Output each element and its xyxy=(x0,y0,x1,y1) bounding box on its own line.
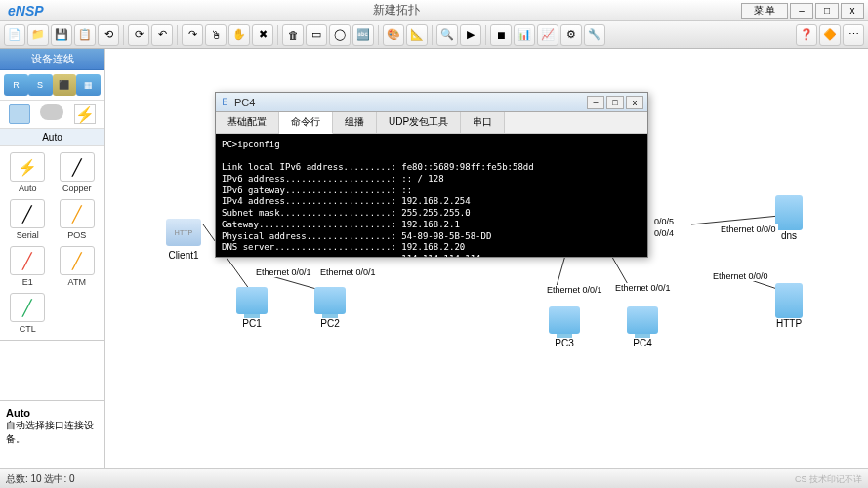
saveas-icon[interactable]: 📋 xyxy=(74,24,96,46)
pc-icon xyxy=(314,287,346,314)
switch-icon[interactable]: S xyxy=(28,74,53,96)
pc-tabs: 基础配置 命令行 组播 UDP发包工具 串口 xyxy=(216,112,647,134)
conn-e1[interactable]: ╱E1 xyxy=(4,244,52,289)
status-text: 总数: 10 选中: 0 xyxy=(6,472,75,486)
more-icon[interactable]: ⋯ xyxy=(843,24,864,46)
node-pc4[interactable]: PC4 xyxy=(623,303,662,348)
client-icon: HTTP xyxy=(166,219,201,246)
redo-icon[interactable]: ↶ xyxy=(151,24,173,46)
sidebar-description: Auto 自动选择接口连接设备。 xyxy=(0,400,104,468)
ctl-icon: ╱ xyxy=(10,293,45,322)
maximize-button[interactable]: □ xyxy=(815,3,839,19)
firewall-icon[interactable]: ▦ xyxy=(76,74,101,96)
cloud-device-icon[interactable] xyxy=(40,104,63,120)
huawei-icon[interactable]: 🔶 xyxy=(819,24,841,46)
conn-auto[interactable]: ⚡Auto xyxy=(4,150,52,195)
tab-basic-config[interactable]: 基础配置 xyxy=(216,112,279,133)
watermark: CS 技术印记不详 xyxy=(795,473,862,486)
port-label: Ethernet 0/0/1 xyxy=(545,285,604,295)
port-label: Ethernet 0/0/1 xyxy=(254,267,313,277)
node-pc2[interactable]: PC2 xyxy=(310,283,350,329)
terminal-output[interactable]: PC>ipconfig Link local IPv6 address.....… xyxy=(216,134,647,257)
auto-icon: ⚡ xyxy=(10,152,45,182)
close-button[interactable]: x xyxy=(841,3,864,19)
rect-icon[interactable]: 🗑 xyxy=(282,24,304,46)
pc-window-title: PC4 xyxy=(234,97,587,108)
tab-command-line[interactable]: 命令行 xyxy=(279,112,333,134)
node-pc3[interactable]: PC3 xyxy=(545,303,584,348)
stats-icon[interactable]: 📊 xyxy=(514,24,535,46)
device-row-2: ⚡ xyxy=(0,101,104,129)
tools-icon[interactable]: ⚙ xyxy=(560,24,582,46)
node-label: Client1 xyxy=(168,250,198,261)
start-icon[interactable]: 🔍 xyxy=(436,24,458,46)
node-client1[interactable]: HTTP Client1 xyxy=(164,215,203,261)
app-logo: eNSP xyxy=(0,3,52,19)
connection-grid: ⚡Auto ╱Copper ╱Serial ╱POS ╱E1 ╱ATM ╱CTL xyxy=(0,146,104,340)
sidebar-header: 设备连线 xyxy=(0,49,104,70)
conn-serial[interactable]: ╱Serial xyxy=(4,197,52,242)
zoom-icon[interactable]: 📐 xyxy=(406,24,428,46)
pc-close-button[interactable]: x xyxy=(626,96,643,109)
delete-icon[interactable]: ✋ xyxy=(228,24,250,46)
node-label: PC3 xyxy=(555,338,573,348)
new-icon[interactable]: 📄 xyxy=(4,24,25,46)
pan-icon[interactable]: 🖱 xyxy=(205,24,227,46)
ellipse-icon[interactable]: ▭ xyxy=(306,24,327,46)
cloud-icon[interactable]: 🔧 xyxy=(584,24,605,46)
pc-window-icon: Ｅ xyxy=(220,95,230,109)
server-icon xyxy=(775,195,803,230)
port-label: Ethernet 0/0/0 xyxy=(719,224,778,234)
tab-udp-tool[interactable]: UDP发包工具 xyxy=(377,112,461,133)
node-http[interactable]: HTTP xyxy=(769,283,808,329)
e1-icon: ╱ xyxy=(10,246,45,275)
conn-atm[interactable]: ╱ATM xyxy=(54,244,102,289)
pc-maximize-button[interactable]: □ xyxy=(606,96,624,109)
select-icon[interactable]: ↷ xyxy=(182,24,203,46)
node-label: PC2 xyxy=(320,318,339,329)
pc-icon xyxy=(627,306,658,334)
pc-device-icon[interactable] xyxy=(9,104,30,124)
sidebar-category[interactable]: Auto xyxy=(0,129,104,146)
server-icon xyxy=(775,283,803,318)
conn-pos[interactable]: ╱POS xyxy=(54,197,102,242)
minimize-button[interactable]: – xyxy=(790,3,813,19)
conn-copper[interactable]: ╱Copper xyxy=(54,150,102,195)
router-icon[interactable]: R xyxy=(4,74,28,96)
tab-serial[interactable]: 串口 xyxy=(461,112,505,133)
desc-title: Auto xyxy=(6,407,30,419)
stop-icon[interactable]: ▶ xyxy=(460,24,481,46)
help-icon[interactable]: ❓ xyxy=(796,24,817,46)
palette-icon[interactable]: 🔤 xyxy=(352,24,374,46)
save-icon[interactable]: 💾 xyxy=(51,24,72,46)
pc4-window[interactable]: Ｅ PC4 – □ x 基础配置 命令行 组播 UDP发包工具 串口 PC>ip… xyxy=(215,92,648,258)
connection-icon[interactable]: ⚡ xyxy=(74,104,96,124)
copper-icon: ╱ xyxy=(60,152,95,182)
text-icon[interactable]: ◯ xyxy=(329,24,351,46)
clear-icon[interactable]: ✖ xyxy=(252,24,273,46)
wlan-icon[interactable]: ⬛ xyxy=(53,74,77,96)
undo-icon[interactable]: ⟳ xyxy=(128,24,149,46)
port-label: Ethernet 0/0/0 xyxy=(711,271,770,281)
device-row-1: R S ⬛ ▦ xyxy=(0,70,104,101)
tab-multicast[interactable]: 组播 xyxy=(333,112,377,133)
conn-ctl[interactable]: ╱CTL xyxy=(4,291,52,336)
menu-button[interactable]: 菜 单 xyxy=(741,3,788,19)
pc-minimize-button[interactable]: – xyxy=(587,96,604,109)
node-label: PC1 xyxy=(242,318,261,329)
capture-icon[interactable]: ⏹ xyxy=(490,24,512,46)
open-icon[interactable]: 📁 xyxy=(27,24,49,46)
window-controls: 菜 单 – □ x xyxy=(741,3,868,19)
grid-icon[interactable]: 🎨 xyxy=(383,24,404,46)
sidebar: 设备连线 R S ⬛ ▦ ⚡ Auto ⚡Auto ╱Copper ╱Seria… xyxy=(0,49,105,468)
print-icon[interactable]: ⟲ xyxy=(98,24,119,46)
window-title: 新建拓扑 xyxy=(52,2,741,19)
port-label: Ethernet 0/0/1 xyxy=(613,283,673,293)
node-pc1[interactable]: PC1 xyxy=(232,283,271,329)
desc-text: 自动选择接口连接设备。 xyxy=(6,420,94,444)
settings-icon[interactable]: 📈 xyxy=(537,24,558,46)
node-label: dns xyxy=(781,230,797,241)
node-label: HTTP xyxy=(776,318,802,329)
pc-icon xyxy=(549,306,580,334)
pc-window-titlebar[interactable]: Ｅ PC4 – □ x xyxy=(216,93,647,112)
